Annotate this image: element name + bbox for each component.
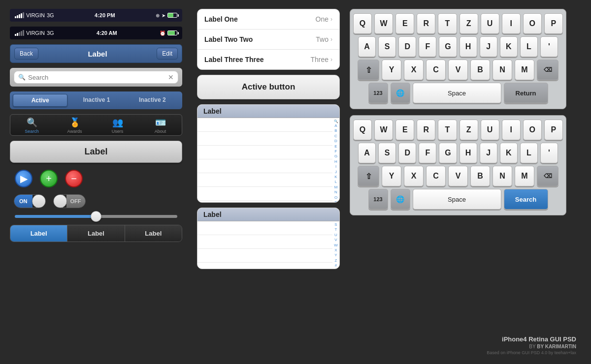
- return-key[interactable]: Return: [504, 83, 548, 103]
- index-letter-l[interactable]: L: [335, 180, 337, 184]
- index-letter-v[interactable]: V: [334, 238, 337, 243]
- index-letter-e[interactable]: E: [334, 144, 337, 149]
- index-letter-z[interactable]: Z: [335, 258, 337, 263]
- key-k[interactable]: K: [500, 36, 518, 57]
- key-r[interactable]: R: [417, 13, 435, 34]
- add-button[interactable]: +: [40, 170, 58, 187]
- key2-k[interactable]: K: [500, 143, 518, 163]
- key2-w[interactable]: W: [374, 120, 393, 140]
- key2-u[interactable]: U: [481, 120, 499, 140]
- segment-active[interactable]: Active: [13, 94, 67, 107]
- key-p[interactable]: P: [544, 13, 563, 34]
- key-i[interactable]: I: [502, 13, 521, 34]
- key2-q[interactable]: Q: [353, 120, 372, 140]
- index-letter-c[interactable]: C: [334, 134, 337, 139]
- key2-f[interactable]: F: [419, 143, 436, 163]
- slider-thumb[interactable]: [91, 211, 101, 222]
- key-apostrophe[interactable]: ': [540, 36, 558, 57]
- key2-l[interactable]: L: [520, 143, 538, 163]
- toggle-off[interactable]: OFF: [53, 194, 86, 208]
- index-letter-n[interactable]: N: [334, 190, 337, 195]
- key-z[interactable]: Z: [460, 13, 478, 34]
- list-row-1[interactable]: Label One One ›: [197, 9, 339, 30]
- search-input[interactable]: [28, 74, 165, 81]
- tab-about[interactable]: 🪪 About: [139, 117, 182, 134]
- search-key[interactable]: Search: [504, 189, 548, 210]
- active-button[interactable]: Active button: [197, 75, 340, 99]
- tab-search[interactable]: 🔍 Search: [10, 117, 53, 134]
- tab-awards[interactable]: 🏅 Awards: [53, 117, 96, 134]
- play-button[interactable]: ▶: [15, 170, 33, 187]
- search-clear-icon[interactable]: ✕: [168, 73, 174, 81]
- key2-v[interactable]: V: [448, 166, 468, 186]
- key2-d[interactable]: D: [398, 143, 416, 163]
- key2-j[interactable]: J: [480, 143, 497, 163]
- index-letter-s[interactable]: S: [334, 222, 337, 227]
- large-label-button[interactable]: Label: [10, 141, 182, 163]
- index-search-icon[interactable]: 🔍: [334, 119, 338, 123]
- key2-s[interactable]: S: [378, 143, 396, 163]
- key2-x[interactable]: X: [404, 166, 424, 186]
- key-e[interactable]: E: [395, 13, 414, 34]
- key-h[interactable]: H: [460, 36, 477, 57]
- key-d[interactable]: D: [398, 36, 416, 57]
- key-l[interactable]: L: [520, 36, 538, 57]
- key-q[interactable]: Q: [353, 13, 372, 34]
- key2-p[interactable]: P: [544, 120, 563, 140]
- key-j[interactable]: J: [480, 36, 497, 57]
- list-row-2[interactable]: Label Two Two Two ›: [197, 30, 339, 50]
- key2-b[interactable]: B: [470, 166, 490, 186]
- key-u[interactable]: U: [481, 13, 499, 34]
- index-letter-j[interactable]: J: [335, 170, 337, 175]
- back-button[interactable]: Back: [14, 48, 38, 60]
- toggle-on[interactable]: ON: [14, 194, 46, 208]
- key-v[interactable]: V: [448, 60, 468, 80]
- index-letter-u[interactable]: U: [334, 233, 337, 238]
- index-letter-hash[interactable]: #: [335, 263, 337, 268]
- key-y[interactable]: Y: [382, 60, 401, 80]
- key-m[interactable]: M: [515, 60, 534, 80]
- key-n[interactable]: N: [492, 60, 512, 80]
- space-key-2[interactable]: Space: [413, 189, 501, 210]
- key-o[interactable]: O: [523, 13, 542, 34]
- index-letter-p[interactable]: P: [334, 200, 337, 203]
- key2-z[interactable]: Z: [460, 120, 478, 140]
- key-w[interactable]: W: [374, 13, 393, 34]
- index-letter-i[interactable]: I: [335, 164, 336, 169]
- key2-a[interactable]: A: [358, 143, 376, 163]
- key-t[interactable]: T: [438, 13, 457, 34]
- key2-o[interactable]: O: [523, 120, 542, 140]
- key2-apostrophe[interactable]: ': [540, 143, 558, 163]
- index-letter-f[interactable]: F: [335, 149, 337, 154]
- key-c[interactable]: C: [426, 60, 446, 80]
- slider-track[interactable]: [15, 215, 177, 218]
- num-key-2[interactable]: 123: [368, 189, 388, 210]
- remove-button[interactable]: −: [65, 170, 83, 187]
- key2-t[interactable]: T: [438, 120, 457, 140]
- num-key-1[interactable]: 123: [368, 83, 388, 103]
- key2-m[interactable]: M: [515, 166, 534, 186]
- key2-i[interactable]: I: [502, 120, 521, 140]
- key-b[interactable]: B: [470, 60, 490, 80]
- delete-key-2[interactable]: ⌫: [537, 166, 558, 186]
- index-letter-w[interactable]: W: [334, 243, 338, 248]
- key-g[interactable]: G: [439, 36, 457, 57]
- segment-inactive2[interactable]: Inactive 2: [126, 94, 179, 107]
- shift-key-2[interactable]: ⇧: [358, 166, 379, 186]
- list-row-3[interactable]: Label Three Three Three ›: [197, 50, 339, 69]
- index-letter-a[interactable]: A: [334, 123, 337, 128]
- shift-key-1[interactable]: ⇧: [358, 60, 379, 80]
- key-x[interactable]: X: [404, 60, 424, 80]
- key2-g[interactable]: G: [439, 143, 457, 163]
- index-letter-g[interactable]: G: [334, 154, 337, 159]
- key-f[interactable]: F: [419, 36, 436, 57]
- key2-y[interactable]: Y: [382, 166, 401, 186]
- delete-key-1[interactable]: ⌫: [537, 60, 558, 80]
- globe-key-2[interactable]: 🌐: [391, 189, 410, 210]
- bottom-tab-3[interactable]: Label: [125, 225, 182, 242]
- index-letter-k[interactable]: K: [334, 175, 337, 180]
- index-letter-y[interactable]: Y: [334, 253, 337, 258]
- index-letter-h[interactable]: H: [334, 159, 337, 164]
- index-letter-m[interactable]: M: [334, 185, 338, 190]
- bottom-tab-1[interactable]: Label: [10, 225, 67, 242]
